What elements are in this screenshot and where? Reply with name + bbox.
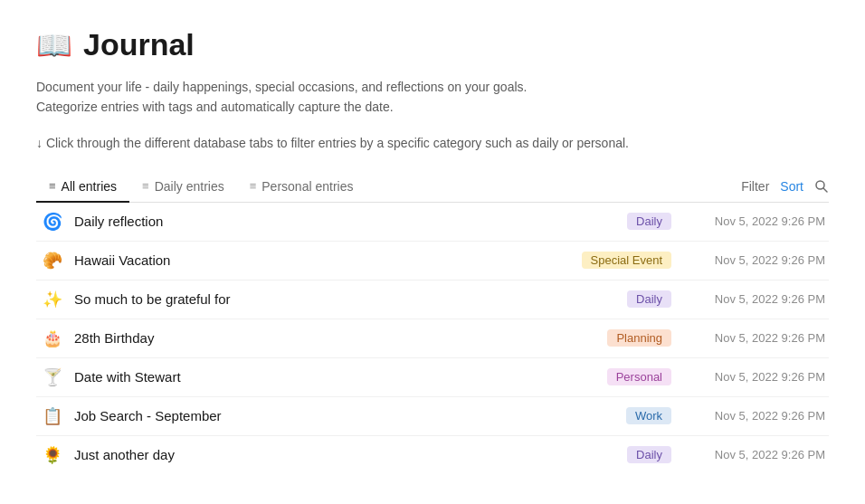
table-row[interactable]: 📋 Job Search - September Work Nov 5, 202… (36, 397, 829, 436)
entry-emoji: 🍸 (40, 367, 65, 387)
entry-date: Nov 5, 2022 9:26 PM (680, 409, 825, 423)
tab-all-entries[interactable]: ≡ All entries (36, 172, 129, 203)
entry-title: Date with Stewart (74, 369, 598, 385)
svg-line-1 (823, 188, 827, 192)
table-row[interactable]: 🎂 28th Birthday Planning Nov 5, 2022 9:2… (36, 319, 829, 358)
table-row[interactable]: 🍸 Date with Stewart Personal Nov 5, 2022… (36, 358, 829, 397)
sort-button[interactable]: Sort (780, 179, 803, 194)
entry-date: Nov 5, 2022 9:26 PM (680, 331, 825, 345)
tab-all-label: All entries (62, 179, 117, 194)
entry-emoji: 🌀 (40, 212, 65, 232)
entry-date: Nov 5, 2022 9:26 PM (680, 370, 825, 384)
description-line1: Document your life - daily happenings, s… (36, 77, 829, 97)
entry-emoji: 🌻 (40, 445, 65, 465)
table-row[interactable]: 🌻 Just another day Daily Nov 5, 2022 9:2… (36, 436, 829, 474)
page-title: Journal (83, 27, 195, 62)
tab-daily-label: Daily entries (155, 179, 224, 194)
table-row[interactable]: ✨ So much to be grateful for Daily Nov 5… (36, 281, 829, 319)
entry-date: Nov 5, 2022 9:26 PM (680, 253, 825, 267)
tabs-bar: ≡ All entries ≡ Daily entries ≡ Personal… (36, 172, 829, 203)
tab-personal-entries[interactable]: ≡ Personal entries (237, 172, 366, 203)
entries-list: 🌀 Daily reflection Daily Nov 5, 2022 9:2… (36, 203, 829, 474)
entry-tag: Personal (607, 368, 671, 385)
filter-button[interactable]: Filter (741, 179, 769, 194)
tabs-left: ≡ All entries ≡ Daily entries ≡ Personal… (36, 172, 741, 202)
search-icon (814, 179, 829, 194)
entry-date: Nov 5, 2022 9:26 PM (680, 292, 825, 306)
entry-emoji: 🥐 (40, 251, 65, 271)
table-row[interactable]: 🥐 Hawaii Vacation Special Event Nov 5, 2… (36, 242, 829, 281)
page-description: Document your life - daily happenings, s… (36, 77, 829, 118)
page-header: 📖 Journal (36, 27, 829, 62)
tab-all-icon: ≡ (49, 179, 56, 193)
entry-emoji: 📋 (40, 406, 65, 426)
entry-title: Hawaii Vacation (74, 252, 573, 268)
entry-tag: Daily (627, 290, 671, 308)
table-row[interactable]: 🌀 Daily reflection Daily Nov 5, 2022 9:2… (36, 203, 829, 242)
search-button[interactable] (814, 179, 829, 194)
entry-title: Daily reflection (74, 214, 618, 229)
entry-title: So much to be grateful for (74, 291, 618, 307)
entry-emoji: 🎂 (40, 328, 65, 348)
tab-personal-icon: ≡ (250, 179, 257, 193)
entry-date: Nov 5, 2022 9:26 PM (680, 214, 825, 228)
entry-title: Just another day (74, 447, 618, 462)
entry-tag: Special Event (582, 252, 672, 269)
tab-daily-icon: ≡ (142, 179, 149, 193)
entry-title: Job Search - September (74, 408, 617, 423)
description-line2: Categorize entries with tags and automat… (36, 97, 829, 117)
entry-title: 28th Birthday (74, 330, 598, 346)
entry-tag: Daily (627, 213, 671, 230)
tab-personal-label: Personal entries (261, 179, 353, 194)
entry-date: Nov 5, 2022 9:26 PM (680, 448, 825, 461)
tabs-right: Filter Sort (741, 172, 829, 201)
hint-text: ↓ Click through the different database t… (36, 136, 829, 150)
entry-tag: Daily (627, 446, 671, 463)
entry-tag: Work (626, 407, 671, 424)
entry-emoji: ✨ (40, 290, 65, 309)
entry-tag: Planning (607, 329, 671, 347)
tab-daily-entries[interactable]: ≡ Daily entries (129, 172, 237, 203)
journal-icon: 📖 (36, 31, 72, 60)
